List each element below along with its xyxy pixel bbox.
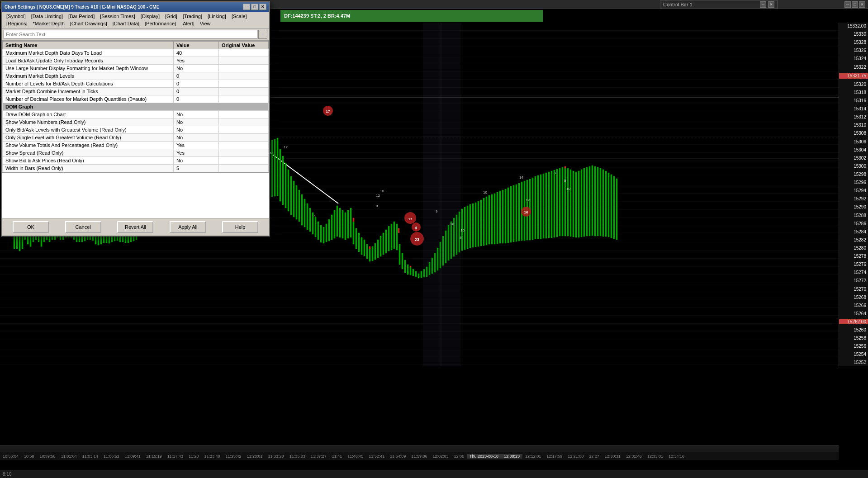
menu-performance[interactable]: [Performance] (142, 20, 179, 27)
time-label: 12:33:01 (645, 454, 666, 459)
price-label: 15272 (839, 278, 868, 283)
cancel-button[interactable]: Cancel (65, 221, 101, 233)
menu-market-depth[interactable]: *Market Depth (30, 20, 67, 27)
table-row[interactable]: Show Volume Numbers (Read Only) No (3, 118, 269, 126)
search-dropdown-btn[interactable]: ▼ (258, 30, 267, 39)
price-label: 15278 (839, 254, 868, 259)
menu-session-times[interactable]: [Session Times] (97, 13, 138, 20)
dialog-maximize-btn[interactable]: □ (251, 4, 258, 10)
menu-bar-period[interactable]: [Bar Period] (66, 13, 97, 20)
control-minimize-btn[interactable]: ─ (760, 1, 766, 8)
menu-trading[interactable]: [Trading] (180, 13, 205, 20)
table-row[interactable]: Number of Decimal Places for Market Dept… (3, 95, 269, 103)
horizontal-scrollbar[interactable] (0, 445, 839, 452)
setting-value[interactable]: 0 (174, 88, 219, 95)
setting-value[interactable]: 40 (174, 49, 219, 57)
svg-rect-192 (513, 185, 514, 242)
search-input[interactable] (4, 30, 257, 39)
menu-chart-data[interactable]: [Chart Data] (110, 20, 142, 27)
help-button[interactable]: Help (222, 221, 258, 233)
table-row[interactable]: Only Bid/Ask Levels with Greatest Volume… (3, 126, 269, 134)
svg-rect-213 (570, 170, 571, 237)
price-label: 15294 (839, 188, 868, 193)
menu-symbol[interactable]: [Symbol] (4, 13, 28, 20)
table-row[interactable]: Width in Bars (Read Only) 5 (3, 165, 269, 172)
table-row[interactable]: Load Bid/Ask Update Only Intraday Record… (3, 57, 269, 65)
setting-value[interactable]: 0 (174, 80, 219, 88)
svg-rect-143 (380, 236, 381, 256)
menu-regions[interactable]: [Regions] (4, 20, 30, 27)
time-label: 11:52:41 (366, 454, 387, 459)
setting-name: Maximum Market Depth Data Days To Load (3, 49, 174, 57)
price-label: 15304 (839, 147, 868, 152)
time-axis: 10:55:04 10:58 10:59:58 11:01:04 11:03:1… (0, 452, 839, 460)
svg-text:8: 8 (376, 204, 378, 208)
close-button[interactable]: ✕ (859, 1, 865, 8)
time-label: 12:12:01 (522, 454, 544, 459)
setting-value[interactable]: 0 (174, 95, 219, 103)
table-row[interactable]: Maximum Market Depth Levels 0 (3, 72, 269, 80)
col-setting-name: Setting Name (3, 42, 174, 49)
table-row[interactable]: Number of Levels for Bid/Ask Depth Calcu… (3, 80, 269, 88)
menu-grid[interactable]: [Grid] (162, 13, 180, 20)
svg-rect-125 (331, 215, 332, 240)
table-row[interactable]: Maximum Market Depth Data Days To Load 4… (3, 49, 269, 57)
maximize-button[interactable]: □ (852, 1, 858, 8)
menu-chart-drawings[interactable]: [Chart Drawings] (67, 20, 110, 27)
table-row[interactable]: Market Depth Combine Increment in Ticks … (3, 88, 269, 95)
setting-value[interactable]: No (174, 111, 219, 118)
price-label: 15292 (839, 196, 868, 201)
menu-data-limiting[interactable]: [Data Limiting] (28, 13, 66, 20)
menu-view[interactable]: View (197, 20, 213, 27)
setting-value[interactable]: No (174, 65, 219, 72)
svg-rect-111 (293, 181, 294, 217)
menu-display[interactable]: [Display] (138, 13, 162, 20)
apply-all-button[interactable]: Apply All (170, 221, 206, 233)
table-row[interactable]: Show Bid & Ask Prices (Read Only) No (3, 157, 269, 165)
time-label: 11:03:14 (80, 454, 101, 459)
control-close-btn[interactable]: ✕ (768, 1, 774, 8)
svg-rect-190 (508, 188, 509, 243)
dialog-close-btn[interactable]: ✕ (259, 4, 266, 10)
svg-rect-150 (399, 244, 400, 265)
price-label: 15308 (839, 131, 868, 136)
time-label: 11:28:01 (244, 454, 266, 459)
time-label-current: 12:08:23 (501, 454, 522, 459)
svg-rect-144 (383, 233, 384, 255)
time-label: 11:37:27 (308, 454, 329, 459)
revert-all-button[interactable]: Revert All (117, 221, 153, 233)
setting-original (219, 149, 269, 157)
time-label: 11:09:41 (122, 454, 143, 459)
price-label: 15324 (839, 56, 868, 61)
svg-rect-167 (445, 231, 446, 263)
price-label: 15274 (839, 270, 868, 275)
setting-value: No (174, 118, 219, 126)
setting-value[interactable]: Yes (174, 57, 219, 65)
table-row[interactable]: Draw DOM Graph on Chart No (3, 111, 269, 118)
time-label: 11:35:03 (287, 454, 308, 459)
svg-text:14: 14 (519, 175, 523, 180)
svg-rect-217 (581, 170, 582, 237)
price-label: 15306 (839, 139, 868, 144)
menu-scale[interactable]: [Scale] (229, 13, 250, 20)
svg-rect-207 (554, 170, 555, 237)
dialog-minimize-btn[interactable]: ─ (243, 4, 250, 10)
svg-rect-211 (564, 167, 566, 236)
setting-original (219, 95, 269, 103)
svg-rect-108 (285, 163, 286, 208)
table-row[interactable]: Show Volume Totals And Percentages (Read… (3, 142, 269, 149)
minimize-button[interactable]: ─ (844, 1, 851, 8)
menu-alert[interactable]: [Alert] (179, 20, 197, 27)
setting-name: Number of Decimal Places for Market Dept… (3, 95, 174, 103)
price-label: 15260 (839, 327, 868, 332)
control-bar-title: Control Bar 1 (663, 2, 693, 7)
svg-rect-210 (562, 167, 563, 236)
setting-value[interactable]: 0 (174, 72, 219, 80)
svg-rect-171 (456, 215, 457, 255)
ok-button[interactable]: OK (13, 221, 49, 233)
svg-rect-142 (377, 240, 379, 258)
table-row[interactable]: Only Single Level with Greatest Volume (… (3, 134, 269, 142)
menu-linking[interactable]: [Linking] (205, 13, 229, 20)
table-row[interactable]: Use Large Number Display Formatting for … (3, 65, 269, 72)
table-row[interactable]: Show Spread (Read Only) Yes (3, 149, 269, 157)
